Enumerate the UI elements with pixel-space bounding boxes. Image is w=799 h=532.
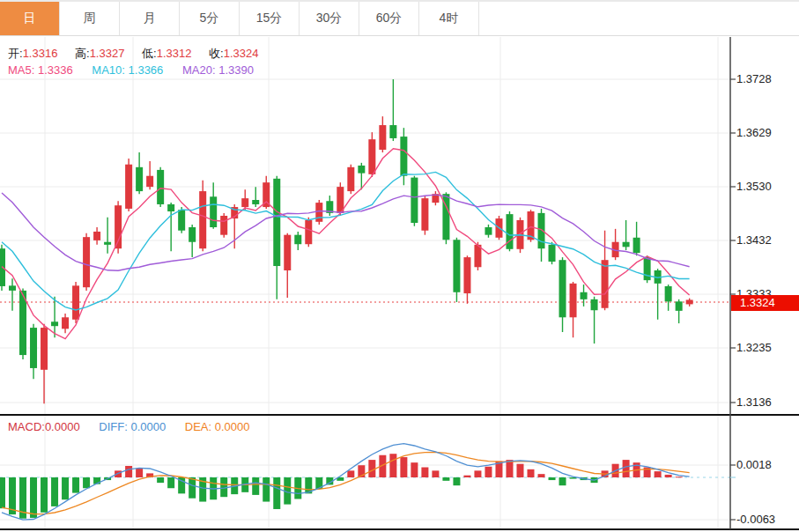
candle-body — [686, 299, 693, 304]
macd-bar — [347, 470, 354, 477]
macd-bar — [528, 469, 535, 477]
macd-bar — [51, 477, 58, 506]
macd-bar — [442, 477, 449, 481]
ma20-line — [2, 193, 690, 270]
macd-bar — [453, 477, 460, 485]
candle-body — [62, 317, 69, 329]
macd-bar — [125, 466, 132, 477]
dea-value: DEA: 0.0000 — [185, 420, 250, 433]
macd-info-row: MACD:0.0000 DIFF: 0.0000 DEA: 0.0000 — [8, 420, 266, 433]
macd-bar — [432, 470, 439, 477]
candle-body — [549, 245, 556, 262]
candle-body — [9, 285, 16, 291]
candle-body — [167, 204, 174, 211]
macd-bar — [665, 475, 672, 477]
candle-body — [411, 178, 418, 223]
macd-bar — [62, 477, 69, 499]
tab-month[interactable]: 月 — [120, 2, 180, 35]
tab-15min[interactable]: 15分 — [240, 2, 300, 35]
candle-body — [51, 321, 58, 326]
macd-bar — [0, 477, 5, 508]
candle-body — [421, 198, 428, 231]
candle-body — [125, 165, 132, 209]
candle-body — [72, 285, 79, 319]
macd-bar — [549, 477, 556, 480]
ohlc-low: 低:1.3312 — [142, 47, 191, 60]
price-axis-label: 1.3235 — [736, 341, 772, 354]
macd-bar — [559, 477, 566, 485]
tab-30min[interactable]: 30分 — [300, 2, 359, 35]
trading-chart-app: 日周月5分15分30分60分4时 开:1.3316 高:1.3327 低:1.3… — [0, 0, 799, 532]
candle-body — [241, 198, 248, 207]
candle-body — [305, 220, 312, 244]
tab-60min[interactable]: 60分 — [359, 2, 419, 35]
macd-bar — [623, 460, 630, 477]
candle-body — [210, 196, 217, 227]
candle-body — [368, 139, 375, 174]
macd-bar — [485, 467, 492, 477]
candle-body — [157, 170, 164, 204]
price-axis-label: 1.3432 — [736, 233, 772, 247]
ma20-value: MA20: 1.3390 — [182, 63, 254, 77]
price-axis-label: 1.3728 — [736, 72, 772, 85]
candle-body — [93, 232, 100, 240]
candle-body — [136, 167, 143, 191]
tab-5min[interactable]: 5分 — [180, 2, 240, 35]
macd-axis-label: -0.0063 — [736, 513, 775, 526]
candle-body — [104, 242, 111, 245]
macd-bar — [263, 477, 270, 502]
candle-body — [506, 214, 513, 249]
candle-body — [83, 237, 90, 287]
price-axis-label: 1.3530 — [736, 180, 772, 193]
candle-body — [485, 227, 492, 235]
candle-body — [602, 260, 609, 308]
dea-line — [2, 452, 690, 514]
ma10-value: MA10: 1.3366 — [92, 63, 163, 77]
candle-body — [315, 203, 322, 222]
ohlc-info-row: 开:1.3316 高:1.3327 低:1.3312 收:1.3324 — [8, 46, 272, 62]
candle-body — [199, 191, 206, 248]
macd-bar — [506, 460, 513, 477]
candle-body — [559, 260, 566, 317]
candle-body — [463, 257, 470, 293]
diff-value: DIFF: 0.0000 — [99, 420, 166, 433]
macd-bar — [72, 477, 79, 493]
macd-bar — [676, 477, 683, 477]
tab-week[interactable]: 周 — [60, 2, 120, 35]
candle-body — [400, 137, 407, 176]
macd-bar — [189, 477, 196, 499]
macd-bar — [273, 477, 280, 509]
candle-body — [379, 125, 386, 150]
macd-bar — [463, 476, 470, 477]
candle-body — [665, 286, 672, 301]
price-axis-label: 1.3629 — [736, 126, 772, 139]
tab-day[interactable]: 日 — [0, 2, 60, 35]
candle-body — [676, 301, 683, 311]
ohlc-high: 高:1.3327 — [75, 47, 124, 60]
candle-body — [30, 328, 37, 368]
candle-body — [358, 166, 365, 174]
candle-body — [570, 284, 577, 317]
ohlc-open: 开:1.3316 — [8, 47, 57, 60]
ohlc-close: 收:1.3324 — [209, 47, 258, 60]
macd-bar — [538, 474, 545, 477]
ma5-value: MA5: 1.3336 — [8, 63, 73, 77]
candle-body — [347, 167, 354, 191]
candle-body — [273, 179, 280, 266]
macd-axis-label: 0.0018 — [736, 458, 772, 471]
candle-body — [591, 299, 598, 310]
chart-canvas[interactable] — [0, 0, 799, 532]
candle-body — [453, 240, 460, 292]
diff-line — [2, 444, 690, 521]
candle-body — [644, 257, 651, 280]
macd-bar — [30, 477, 37, 518]
macd-bar — [167, 477, 174, 488]
tab-4hour[interactable]: 4时 — [419, 2, 479, 35]
macd-bar — [83, 477, 90, 488]
candle-body — [189, 227, 196, 242]
candle-body — [284, 235, 291, 270]
macd-bar — [41, 477, 48, 513]
price-axis-label: 1.3136 — [736, 395, 772, 409]
macd-bar — [474, 470, 481, 477]
macd-bar — [157, 477, 164, 483]
